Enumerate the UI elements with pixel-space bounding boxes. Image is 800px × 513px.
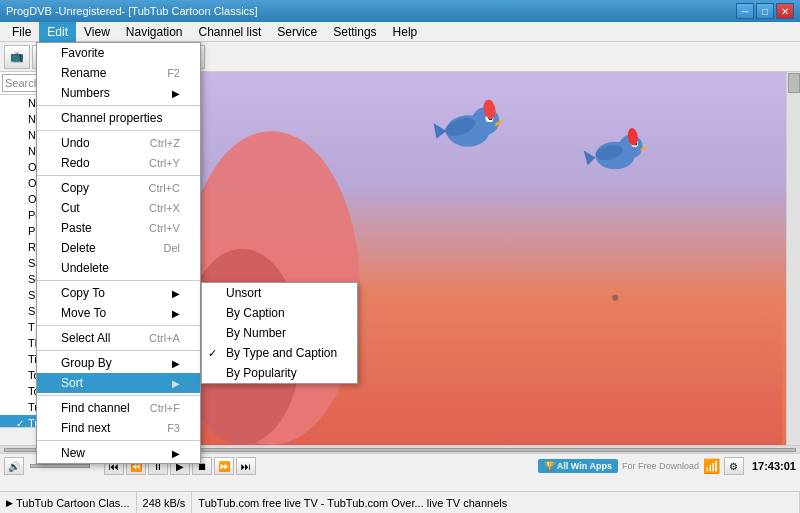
sep	[37, 325, 200, 326]
channel-icon: ▶	[6, 498, 13, 508]
sort-by-type-caption[interactable]: ✓By Type and Caption	[202, 343, 357, 363]
status-channel-name: TubTub Cartoon Clas...	[16, 497, 130, 509]
edit-new[interactable]: New▶	[37, 443, 200, 463]
edit-move-to[interactable]: Move To▶	[37, 303, 200, 323]
video-content	[175, 72, 800, 445]
edit-numbers[interactable]: Numbers▶	[37, 83, 200, 103]
allwinapps-sub: For Free Download	[622, 461, 699, 471]
sep	[37, 350, 200, 351]
svg-point-19	[612, 295, 618, 301]
edit-paste[interactable]: PasteCtrl+V	[37, 218, 200, 238]
sep	[37, 280, 200, 281]
titlebar-title: ProgDVB -Unregistered- [TubTub Cartoon C…	[6, 5, 258, 17]
settings-btn[interactable]: ⚙	[724, 457, 744, 475]
status-description-text: TubTub.com free live TV - TubTub.com Ove…	[198, 497, 507, 509]
status-channel: ▶ TubTub Cartoon Clas...	[0, 492, 137, 513]
menu-navigation[interactable]: Navigation	[118, 22, 191, 42]
volume-btn[interactable]: 🔊	[4, 457, 24, 475]
skip-fwd-btn[interactable]: ⏭	[236, 457, 256, 475]
sort-by-caption[interactable]: By Caption	[202, 303, 357, 323]
video-scrollbar[interactable]	[786, 72, 800, 445]
close-button[interactable]: ✕	[776, 3, 794, 19]
toolbar-btn-1[interactable]: 📺	[4, 45, 30, 69]
menu-view[interactable]: View	[76, 22, 118, 42]
scroll-thumb[interactable]	[788, 73, 800, 93]
menu-settings[interactable]: Settings	[325, 22, 384, 42]
edit-favorite[interactable]: Favorite	[37, 43, 200, 63]
edit-find-channel[interactable]: Find channelCtrl+F	[37, 398, 200, 418]
sort-by-number[interactable]: By Number	[202, 323, 357, 343]
menu-service[interactable]: Service	[269, 22, 325, 42]
sep	[37, 440, 200, 441]
edit-undo[interactable]: UndoCtrl+Z	[37, 133, 200, 153]
sort-by-popularity[interactable]: By Popularity	[202, 363, 357, 383]
edit-select-all[interactable]: Select AllCtrl+A	[37, 328, 200, 348]
menu-help[interactable]: Help	[385, 22, 426, 42]
menu-channel-list[interactable]: Channel list	[191, 22, 270, 42]
maximize-button[interactable]: □	[756, 3, 774, 19]
sort-menu: Unsort By Caption By Number ✓By Type and…	[201, 282, 358, 384]
next-btn[interactable]: ⏩	[214, 457, 234, 475]
edit-find-next[interactable]: Find nextF3	[37, 418, 200, 438]
edit-copy[interactable]: CopyCtrl+C	[37, 178, 200, 198]
edit-cut[interactable]: CutCtrl+X	[37, 198, 200, 218]
titlebar: ProgDVB -Unregistered- [TubTub Cartoon C…	[0, 0, 800, 22]
menubar: File Edit View Navigation Channel list S…	[0, 22, 800, 42]
edit-channel-props[interactable]: Channel properties	[37, 108, 200, 128]
edit-redo[interactable]: RedoCtrl+Y	[37, 153, 200, 173]
volume-area	[30, 464, 90, 468]
sort-unsort[interactable]: Unsort	[202, 283, 357, 303]
cartoon-svg	[175, 72, 800, 445]
sep	[37, 130, 200, 131]
edit-group-by[interactable]: Group By▶	[37, 353, 200, 373]
menu-file[interactable]: File	[4, 22, 39, 42]
right-controls: 🏆 All Win Apps For Free Download 📶 ⚙ 17:…	[538, 457, 796, 475]
video-area	[175, 72, 800, 445]
menu-edit[interactable]: Edit	[39, 22, 76, 42]
sep	[37, 395, 200, 396]
statusbar: ▶ TubTub Cartoon Clas... 248 kB/s TubTub…	[0, 491, 800, 513]
signal-icon: 📶	[703, 458, 720, 474]
edit-menu: Favorite RenameF2 Numbers▶ Channel prope…	[36, 42, 201, 464]
edit-rename[interactable]: RenameF2	[37, 63, 200, 83]
sep	[37, 175, 200, 176]
minimize-button[interactable]: ─	[736, 3, 754, 19]
volume-slider[interactable]	[30, 464, 90, 468]
clock: 17:43:01	[752, 460, 796, 472]
sep	[37, 105, 200, 106]
edit-undelete[interactable]: Undelete	[37, 258, 200, 278]
allwinapps-logo: 🏆 All Win Apps	[538, 459, 618, 473]
status-bitrate: 248 kB/s	[137, 492, 193, 513]
edit-copy-to[interactable]: Copy To▶	[37, 283, 200, 303]
status-description: TubTub.com free live TV - TubTub.com Ove…	[192, 492, 800, 513]
edit-delete[interactable]: DeleteDel	[37, 238, 200, 258]
edit-sort[interactable]: Sort▶	[37, 373, 200, 393]
titlebar-controls: ─ □ ✕	[736, 3, 794, 19]
